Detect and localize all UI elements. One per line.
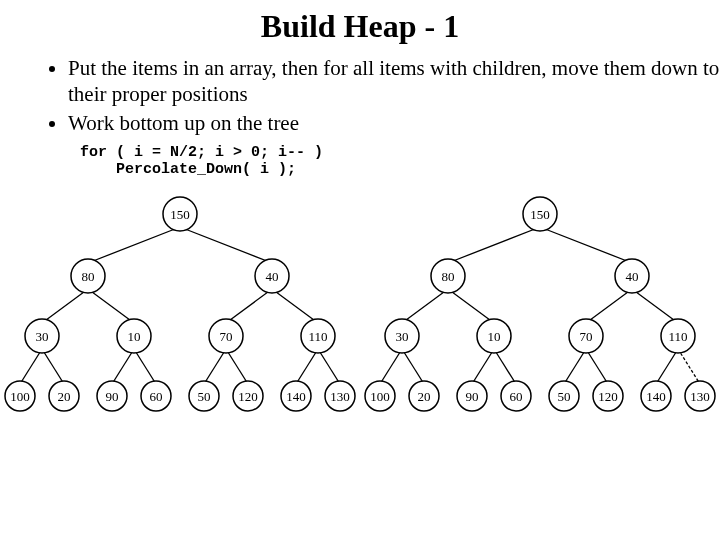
node-root: 150 <box>523 197 557 231</box>
node-RLL: 50 <box>549 381 579 411</box>
svg-text:60: 60 <box>510 388 523 403</box>
node-R: 40 <box>615 259 649 293</box>
svg-line-1 <box>180 227 272 263</box>
svg-line-9 <box>134 349 156 384</box>
node-L: 80 <box>431 259 465 293</box>
svg-line-56 <box>656 349 678 384</box>
node-LLR: 20 <box>409 381 439 411</box>
bullet-list: Put the items in an array, then for all … <box>28 55 720 136</box>
svg-text:90: 90 <box>106 388 119 403</box>
svg-line-55 <box>586 349 608 384</box>
node-LRR: 60 <box>501 381 531 411</box>
svg-text:130: 130 <box>330 388 350 403</box>
node-RRR: 130 <box>325 381 355 411</box>
svg-text:120: 120 <box>598 388 618 403</box>
svg-text:110: 110 <box>308 328 327 343</box>
svg-line-8 <box>112 349 134 384</box>
svg-line-3 <box>88 289 134 323</box>
svg-line-13 <box>318 349 340 384</box>
svg-text:70: 70 <box>220 328 233 343</box>
svg-line-10 <box>204 349 226 384</box>
svg-line-48 <box>586 289 632 323</box>
svg-line-45 <box>540 227 632 263</box>
svg-text:80: 80 <box>82 268 95 283</box>
svg-line-12 <box>296 349 318 384</box>
svg-text:150: 150 <box>170 206 190 221</box>
svg-text:40: 40 <box>266 268 279 283</box>
node-LLL: 100 <box>5 381 35 411</box>
svg-text:90: 90 <box>466 388 479 403</box>
code-block: for ( i = N/2; i > 0; i-- ) Percolate_Do… <box>80 144 720 178</box>
svg-text:140: 140 <box>286 388 306 403</box>
svg-text:100: 100 <box>370 388 390 403</box>
node-LL: 30 <box>385 319 419 353</box>
node-LLL: 100 <box>365 381 395 411</box>
svg-line-7 <box>42 349 64 384</box>
svg-text:120: 120 <box>238 388 258 403</box>
node-LR: 10 <box>117 319 151 353</box>
svg-line-11 <box>226 349 248 384</box>
node-RLR: 120 <box>233 381 263 411</box>
node-LRR: 60 <box>141 381 171 411</box>
node-LL: 30 <box>25 319 59 353</box>
node-LLR: 20 <box>49 381 79 411</box>
node-LR: 10 <box>477 319 511 353</box>
svg-text:30: 30 <box>36 328 49 343</box>
svg-line-52 <box>472 349 494 384</box>
svg-text:40: 40 <box>626 268 639 283</box>
node-L: 80 <box>71 259 105 293</box>
svg-line-50 <box>380 349 402 384</box>
svg-text:50: 50 <box>558 388 571 403</box>
svg-line-44 <box>448 227 540 263</box>
node-R: 40 <box>255 259 289 293</box>
svg-text:80: 80 <box>442 268 455 283</box>
code-line: for ( i = N/2; i > 0; i-- ) <box>80 144 323 161</box>
svg-text:130: 130 <box>690 388 710 403</box>
svg-text:150: 150 <box>530 206 550 221</box>
node-RRL: 140 <box>281 381 311 411</box>
node-RRR: 130 <box>685 381 715 411</box>
node-RRL: 140 <box>641 381 671 411</box>
node-root: 150 <box>163 197 197 231</box>
svg-line-46 <box>402 289 448 323</box>
node-RR: 110 <box>301 319 335 353</box>
node-RL: 70 <box>569 319 603 353</box>
node-RR: 110 <box>661 319 695 353</box>
node-RL: 70 <box>209 319 243 353</box>
page-title: Build Heap - 1 <box>0 8 720 45</box>
bullet-item: Put the items in an array, then for all … <box>68 55 720 108</box>
svg-line-2 <box>42 289 88 323</box>
svg-line-5 <box>272 289 318 323</box>
svg-text:30: 30 <box>396 328 409 343</box>
node-LRL: 90 <box>97 381 127 411</box>
svg-text:20: 20 <box>418 388 431 403</box>
heap-diagrams: 150804030107011010020906050120140130 150… <box>0 186 720 446</box>
svg-text:20: 20 <box>58 388 71 403</box>
code-line: Percolate_Down( i ); <box>80 161 296 178</box>
svg-line-53 <box>494 349 516 384</box>
node-RLR: 120 <box>593 381 623 411</box>
node-RLL: 50 <box>189 381 219 411</box>
svg-text:10: 10 <box>128 328 141 343</box>
svg-text:70: 70 <box>580 328 593 343</box>
svg-text:10: 10 <box>488 328 501 343</box>
heap-tree-left: 150804030107011010020906050120140130 <box>5 197 355 411</box>
svg-line-4 <box>226 289 272 323</box>
node-LRL: 90 <box>457 381 487 411</box>
svg-line-0 <box>88 227 180 263</box>
svg-text:60: 60 <box>150 388 163 403</box>
svg-line-51 <box>402 349 424 384</box>
svg-line-57 <box>678 349 700 384</box>
heap-tree-right: 150804030107011010020906050120140130 <box>365 197 715 411</box>
svg-text:140: 140 <box>646 388 666 403</box>
svg-line-6 <box>20 349 42 384</box>
svg-text:50: 50 <box>198 388 211 403</box>
svg-text:110: 110 <box>668 328 687 343</box>
svg-line-54 <box>564 349 586 384</box>
svg-text:100: 100 <box>10 388 30 403</box>
bullet-item: Work bottom up on the tree <box>68 110 720 136</box>
svg-line-47 <box>448 289 494 323</box>
svg-line-49 <box>632 289 678 323</box>
